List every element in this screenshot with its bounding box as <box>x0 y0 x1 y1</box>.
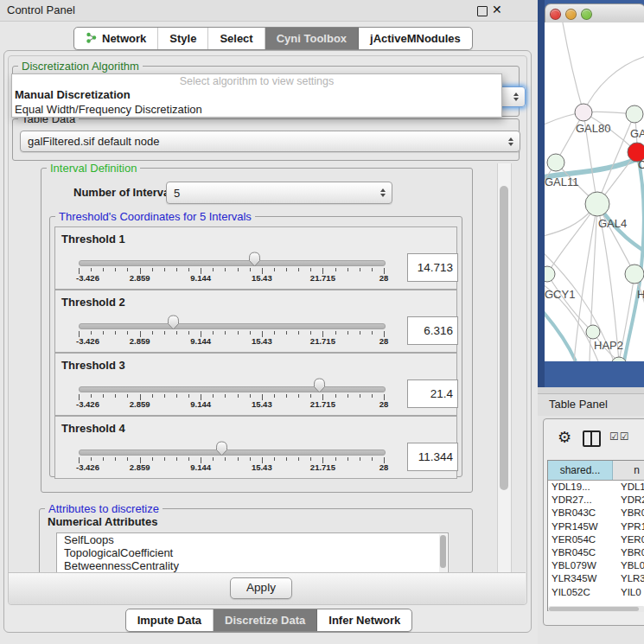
mac-titlebar[interactable] <box>545 3 644 24</box>
table-cell: YBR043C <box>548 507 615 520</box>
network-node-gal80[interactable] <box>575 104 592 121</box>
slider-track[interactable] <box>79 386 386 392</box>
threshold-value-field[interactable]: 21.4 <box>407 379 458 408</box>
table-row[interactable]: YER054CYER0 <box>548 533 644 546</box>
table-cell: YLR3 <box>615 572 644 585</box>
float-icon[interactable] <box>477 6 488 16</box>
interval-definition-title: Interval Definition <box>47 163 140 175</box>
tab-network[interactable]: Network <box>74 28 158 49</box>
slider-track[interactable] <box>79 323 386 329</box>
apply-button[interactable]: Apply <box>230 577 292 599</box>
attribute-item[interactable]: TopologicalCoefficient <box>57 546 448 559</box>
settings-vertical-scrollbar[interactable] <box>497 163 512 572</box>
control-panel-titlebar: Control Panel ✕ <box>0 0 538 22</box>
slider-thumb[interactable] <box>248 252 261 270</box>
network-edge[interactable] <box>583 55 644 112</box>
slider-track[interactable] <box>79 260 386 266</box>
column-header[interactable]: shared... <box>548 461 613 480</box>
table-row[interactable]: YBR043CYBR0 <box>548 507 644 520</box>
slider-track[interactable] <box>79 450 386 456</box>
numerical-attributes-list: SelfLoopsTopologicalCoefficientBetweenne… <box>56 532 449 572</box>
table-row[interactable]: YDR27...YDR2 <box>548 494 644 507</box>
slider-thumb[interactable] <box>167 315 180 333</box>
attributes-scrollbar[interactable] <box>439 534 447 572</box>
tab-jactivemnodules[interactable]: jActiveMNodules <box>359 28 472 49</box>
attribute-item[interactable]: SelfLoops <box>57 533 448 546</box>
node-label: GAL80 <box>576 122 610 135</box>
node-label: GAL11 <box>545 175 579 188</box>
network-node-h[interactable] <box>625 265 644 284</box>
number-of-intervals-value: 5 <box>174 187 180 200</box>
table-cell: YBR045C <box>548 546 615 559</box>
table-row[interactable]: YIL052CYIL0 <box>548 586 644 599</box>
node-label: H <box>637 288 644 301</box>
node-label: HAP2 <box>594 339 623 352</box>
network-node-gcy1[interactable] <box>545 266 555 282</box>
threshold-value-field[interactable]: 11.344 <box>407 443 458 471</box>
tab-label: Select <box>220 32 252 45</box>
column-header[interactable]: n <box>613 461 644 480</box>
tab-cyni-toolbox[interactable]: Cyni Toolbox <box>265 28 359 49</box>
popup-options: Manual DiscretizationEqual Width/Frequen… <box>12 87 501 117</box>
tab-label: Infer Network <box>328 614 400 627</box>
table-panel-body: ⚙ ☑☑ shared...n YDL19...YDL1YDR27...YDR2… <box>538 416 644 644</box>
tab-discretize-data[interactable]: Discretize Data <box>214 609 317 631</box>
algorithm-option[interactable]: Manual Discretization <box>12 87 501 102</box>
columns-icon[interactable] <box>583 430 601 447</box>
network-edge[interactable] <box>562 22 583 112</box>
tab-label: Impute Data <box>137 614 201 627</box>
combo-arrows-icon <box>508 137 513 146</box>
table-row[interactable]: YLR345WYLR3 <box>548 572 644 585</box>
mac-zoom-icon[interactable] <box>581 9 592 20</box>
mac-minimize-icon[interactable] <box>565 9 577 20</box>
threshold-panel: Threshold 2-3.4262.8599.14415.4321.71528… <box>54 290 457 353</box>
network-node-gal11[interactable] <box>547 154 564 171</box>
table-cell: YDR2 <box>615 494 644 507</box>
slider-thumb[interactable] <box>215 441 228 459</box>
select-columns-checkbox-icons[interactable]: ☑☑ <box>609 430 630 443</box>
window-edge <box>538 0 545 387</box>
number-of-intervals-combo[interactable]: 5 <box>166 182 392 204</box>
table-header-row: shared...n <box>548 461 644 481</box>
attribute-item[interactable]: BetweennessCentrality <box>57 559 448 572</box>
algorithm-option[interactable]: Equal Width/Frequency Discretization <box>12 102 501 117</box>
top-tab-bar: NetworkStyleSelectCyni ToolboxjActiveMNo… <box>73 27 473 50</box>
table-row[interactable]: YBL079WYBL0 <box>548 559 644 572</box>
threshold-label: Threshold 3 <box>61 359 125 372</box>
threshold-value-field[interactable]: 14.713 <box>407 253 458 282</box>
network-canvas[interactable]: GAL80GACGAL11GAL4GCY1HHAP2 <box>545 22 644 361</box>
network-node-ga[interactable] <box>626 105 643 123</box>
tab-select[interactable]: Select <box>208 28 265 49</box>
network-node-hap2[interactable] <box>586 325 600 339</box>
table-cell: YBR0 <box>615 546 644 559</box>
table-data-combo[interactable]: galFiltered.sif default node <box>20 131 520 152</box>
tab-style[interactable]: Style <box>158 28 208 49</box>
threshold-panel: Threshold 1-3.4262.8599.14415.4321.71528… <box>54 226 457 290</box>
table-horizontal-scrollbar[interactable] <box>548 606 644 612</box>
table-row[interactable]: YBR045CYBR0 <box>548 546 644 559</box>
discretization-algorithm-title: Discretization Algorithm <box>18 60 143 73</box>
network-icon <box>86 32 97 46</box>
thresholds-group-title: Threshold's Coordinates for 5 Intervals <box>55 210 255 223</box>
scrollbar-thumb[interactable] <box>500 186 508 490</box>
threshold-panel: Threshold 3-3.4262.8599.14415.4321.71528… <box>54 353 457 416</box>
network-edge-highlighted[interactable] <box>545 308 576 361</box>
panel-title: Control Panel <box>7 3 75 16</box>
tab-label: Style <box>169 32 196 45</box>
table-cell: YDL1 <box>615 481 644 494</box>
table-row[interactable]: YDL19...YDL1 <box>548 481 644 494</box>
network-node-gal4[interactable] <box>585 192 609 216</box>
tab-infer-network[interactable]: Infer Network <box>317 609 411 631</box>
network-edge-highlighted[interactable] <box>624 152 644 361</box>
slider-tick-labels: -3.4262.8599.14415.4321.71528 <box>79 273 385 284</box>
gear-icon[interactable]: ⚙ <box>558 429 571 446</box>
network-edge[interactable] <box>547 204 597 274</box>
tab-impute-data[interactable]: Impute Data <box>126 609 214 631</box>
combo-arrows-icon <box>513 92 519 101</box>
threshold-value-field[interactable]: 6.316 <box>407 316 458 345</box>
threshold-label: Threshold 1 <box>61 233 125 245</box>
mac-close-icon[interactable] <box>550 9 561 20</box>
slider-thumb[interactable] <box>313 378 326 396</box>
table-row[interactable]: YPR145WYPR1 <box>548 520 644 533</box>
close-icon[interactable]: ✕ <box>492 3 502 16</box>
